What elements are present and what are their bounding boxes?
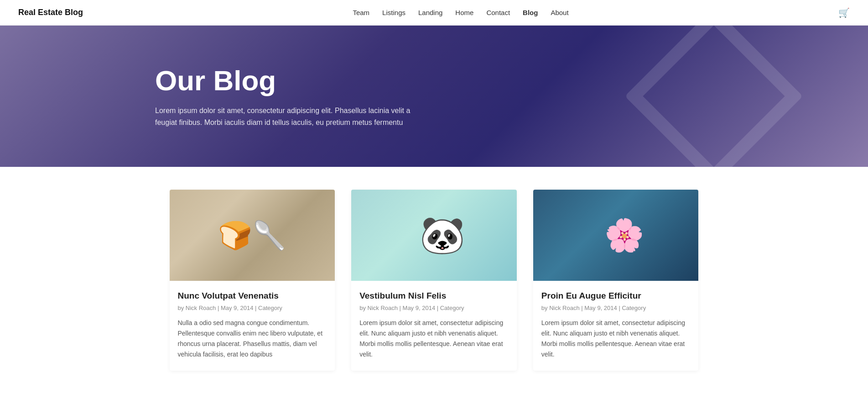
- nav-link-home[interactable]: Home: [455, 9, 473, 16]
- card-text: Lorem ipsum dolor sit amet, consectetur …: [541, 318, 691, 360]
- nav-link-contact[interactable]: Contact: [486, 9, 510, 16]
- navbar: Real Estate Blog TeamListingsLandingHome…: [0, 0, 868, 26]
- card-text: Lorem ipsum dolor sit amet, consectetur …: [359, 318, 509, 360]
- nav-links: TeamListingsLandingHomeContactBlogAbout: [353, 9, 568, 17]
- card-image: [170, 190, 335, 281]
- card-text: Nulla a odio sed magna congue condimentu…: [178, 318, 327, 360]
- hero-description: Lorem ipsum dolor sit amet, consectetur …: [155, 105, 411, 128]
- nav-link-blog[interactable]: Blog: [523, 9, 538, 16]
- card-body: Nunc Volutpat Venenatisby Nick Roach | M…: [170, 281, 335, 371]
- hero-section: Our Blog Lorem ipsum dolor sit amet, con…: [0, 26, 868, 167]
- card-body: Vestibulum Nisl Felisby Nick Roach | May…: [351, 281, 517, 371]
- card-meta: by Nick Roach | May 9, 2014 | Category: [359, 305, 509, 311]
- blog-card[interactable]: Nunc Volutpat Venenatisby Nick Roach | M…: [170, 190, 335, 371]
- card-body: Proin Eu Augue Efficiturby Nick Roach | …: [533, 281, 699, 371]
- nav-link-team[interactable]: Team: [353, 9, 369, 16]
- nav-link-listings[interactable]: Listings: [382, 9, 405, 16]
- nav-link-about[interactable]: About: [551, 9, 568, 16]
- blog-card[interactable]: Proin Eu Augue Efficiturby Nick Roach | …: [533, 190, 699, 371]
- card-image: [351, 190, 517, 281]
- blog-card[interactable]: Vestibulum Nisl Felisby Nick Roach | May…: [351, 190, 517, 371]
- card-meta: by Nick Roach | May 9, 2014 | Category: [178, 305, 327, 311]
- card-title: Nunc Volutpat Venenatis: [178, 291, 327, 301]
- card-title: Proin Eu Augue Efficitur: [541, 291, 691, 301]
- card-meta: by Nick Roach | May 9, 2014 | Category: [541, 305, 691, 311]
- blog-section: Nunc Volutpat Venenatisby Nick Roach | M…: [161, 167, 708, 398]
- hero-title: Our Blog: [155, 64, 713, 97]
- nav-link-landing[interactable]: Landing: [418, 9, 442, 16]
- card-title: Vestibulum Nisl Felis: [359, 291, 509, 301]
- card-image: [533, 190, 699, 281]
- brand-logo[interactable]: Real Estate Blog: [18, 8, 83, 17]
- cart-icon[interactable]: 🛒: [838, 7, 850, 18]
- blog-grid: Nunc Volutpat Venenatisby Nick Roach | M…: [170, 190, 699, 371]
